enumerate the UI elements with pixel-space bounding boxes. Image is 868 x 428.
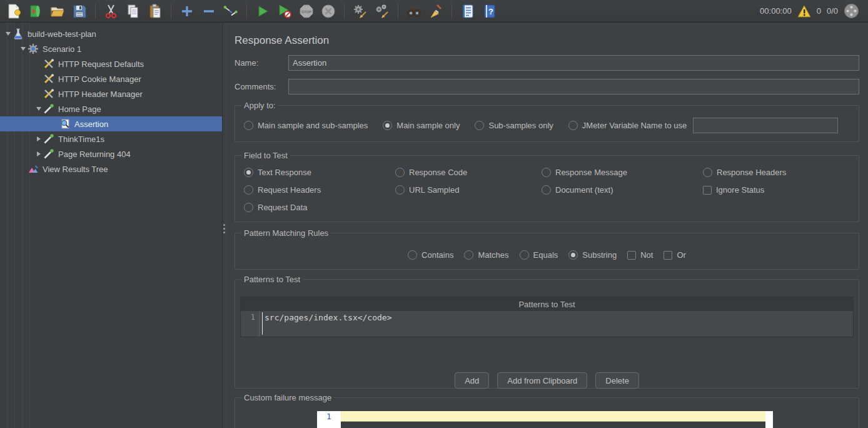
name-input[interactable] bbox=[288, 55, 859, 71]
copy-icon[interactable] bbox=[126, 3, 141, 19]
clear-search-icon[interactable] bbox=[428, 3, 443, 19]
jmeter-variable-input[interactable] bbox=[693, 118, 838, 133]
editor-text-area[interactable] bbox=[341, 411, 765, 428]
page-title: Response Assertion bbox=[235, 23, 859, 47]
text-caret bbox=[262, 312, 263, 335]
comments-input[interactable] bbox=[288, 79, 859, 94]
thread-count: 0/0 bbox=[827, 6, 838, 16]
panel-splitter[interactable] bbox=[222, 23, 226, 428]
radio-response-code[interactable]: Response Code bbox=[395, 168, 542, 177]
radio-matches[interactable]: Matches bbox=[464, 250, 508, 260]
tree-item-label: HTTP Request Defaults bbox=[58, 59, 144, 69]
tree-item-thinktime1s[interactable]: ThinkTime1s bbox=[0, 131, 222, 146]
radio-request-headers[interactable]: Request Headers bbox=[244, 185, 395, 195]
add-icon[interactable] bbox=[179, 3, 194, 19]
radio-sub-samples-only[interactable]: Sub-samples only bbox=[475, 121, 553, 130]
radio-label: Request Headers bbox=[258, 185, 321, 195]
tree-item-test-plan[interactable]: build-web-test-plan bbox=[0, 26, 222, 41]
splitter-handle-icon[interactable] bbox=[223, 224, 225, 233]
radio-main-sample-and-sub-samples[interactable]: Main sample and sub-samples bbox=[244, 121, 368, 130]
tree-item-label: build-web-test-plan bbox=[28, 29, 96, 39]
radio-label: Document (text) bbox=[555, 185, 613, 195]
start-no-pauses-icon[interactable] bbox=[277, 3, 292, 19]
remote-start-icon[interactable] bbox=[844, 3, 859, 19]
radio-text-response[interactable]: Text Response bbox=[244, 168, 395, 177]
expander-icon[interactable] bbox=[34, 107, 43, 111]
radio-label: Response Headers bbox=[717, 168, 786, 177]
tree-item-page-returning-404[interactable]: Page Returning 404 bbox=[0, 146, 222, 161]
clear-icon[interactable] bbox=[353, 3, 368, 19]
new-file-icon[interactable] bbox=[6, 3, 21, 19]
patterns-to-test-legend: Patterns to Test bbox=[241, 275, 303, 284]
radio-response-message[interactable]: Response Message bbox=[542, 168, 703, 177]
cut-icon[interactable] bbox=[104, 3, 119, 19]
checkbox-or[interactable]: Or bbox=[664, 250, 685, 260]
start-icon[interactable] bbox=[255, 3, 270, 19]
config-element-icon bbox=[43, 58, 54, 69]
current-line-highlight bbox=[341, 411, 765, 422]
custom-failure-message-editor[interactable]: 1 bbox=[317, 411, 773, 428]
radio-url-sampled[interactable]: URL Sampled bbox=[395, 185, 542, 195]
tree-item-http-cookie-manager[interactable]: HTTP Cookie Manager bbox=[0, 71, 222, 86]
toolbar-separator bbox=[171, 4, 171, 19]
expander-icon[interactable] bbox=[34, 136, 43, 141]
add-from-clipboard-button[interactable]: Add from Clipboard bbox=[497, 372, 587, 389]
toolbar-separator bbox=[452, 4, 452, 19]
tree-item-scenario-1[interactable]: Scenario 1 bbox=[0, 41, 222, 56]
pattern-cell[interactable]: src/pages/index.tsx</code> bbox=[260, 311, 853, 337]
tree-item-http-header-manager[interactable]: HTTP Header Manager bbox=[0, 86, 222, 101]
tree-item-http-request-defaults[interactable]: HTTP Request Defaults bbox=[0, 56, 222, 71]
radio-request-data[interactable]: Request Data bbox=[244, 203, 395, 212]
radio-contains[interactable]: Contains bbox=[408, 250, 453, 260]
checkbox-not[interactable]: Not bbox=[627, 250, 653, 260]
warning-icon[interactable] bbox=[797, 5, 811, 18]
radio-label: Request Data bbox=[258, 203, 308, 212]
radio-equals[interactable]: Equals bbox=[520, 250, 558, 260]
remove-icon[interactable] bbox=[201, 3, 216, 19]
shutdown-icon[interactable] bbox=[321, 3, 336, 19]
elapsed-time: 00:00:00 bbox=[760, 6, 792, 16]
templates-icon[interactable] bbox=[28, 3, 43, 19]
expander-icon[interactable] bbox=[4, 32, 13, 36]
checkbox-ignore-status[interactable]: Ignore Status bbox=[703, 185, 854, 195]
expander-icon[interactable] bbox=[19, 47, 28, 51]
expander-icon[interactable] bbox=[34, 151, 43, 156]
help-icon[interactable]: ? bbox=[482, 3, 497, 19]
tree-item-label: Home Page bbox=[58, 104, 101, 114]
checkbox-label: Ignore Status bbox=[716, 185, 764, 195]
radio-substring[interactable]: Substring bbox=[568, 250, 617, 260]
apply-to-group: Apply to: Main sample and sub-samples Ma… bbox=[235, 101, 859, 142]
tree-item-assertion[interactable]: Assertion bbox=[0, 116, 222, 131]
tree-item-label: HTTP Header Manager bbox=[58, 89, 143, 99]
toolbar-separator bbox=[398, 4, 398, 19]
add-button[interactable]: Add bbox=[455, 372, 489, 389]
radio-response-headers[interactable]: Response Headers bbox=[703, 168, 854, 177]
clear-all-icon[interactable] bbox=[375, 3, 390, 19]
editor-scrollbar[interactable] bbox=[765, 411, 773, 428]
radio-main-sample-only[interactable]: Main sample only bbox=[383, 121, 460, 130]
tree-item-label: Page Returning 404 bbox=[58, 150, 131, 159]
patterns-table-body[interactable]: 1 src/pages/index.tsx</code> bbox=[241, 311, 853, 337]
warning-count: 0 bbox=[817, 6, 821, 16]
comments-label: Comments: bbox=[235, 82, 288, 91]
save-icon[interactable] bbox=[72, 3, 87, 19]
tree-item-home-page[interactable]: Home Page bbox=[0, 101, 222, 116]
function-helper-icon[interactable] bbox=[460, 3, 475, 19]
edit-icon[interactable] bbox=[223, 3, 238, 19]
pattern-matching-rules-group: Pattern Matching Rules Contains Matches … bbox=[235, 228, 859, 270]
open-file-icon[interactable] bbox=[50, 3, 65, 19]
sampler-icon bbox=[43, 148, 54, 160]
field-to-test-legend: Field to Test bbox=[241, 151, 290, 160]
radio-label: Main sample and sub-samples bbox=[258, 121, 368, 130]
svg-text:STOP: STOP bbox=[301, 9, 311, 13]
delete-button[interactable]: Delete bbox=[595, 372, 639, 389]
search-icon[interactable] bbox=[406, 3, 421, 19]
tree-item-view-results-tree[interactable]: View Results Tree bbox=[0, 161, 222, 176]
pattern-value: src/pages/index.tsx</code> bbox=[265, 313, 392, 322]
paste-icon[interactable] bbox=[148, 3, 163, 19]
radio-document-text[interactable]: Document (text) bbox=[542, 185, 703, 195]
stop-icon[interactable]: STOP bbox=[299, 3, 314, 19]
radio-jmeter-variable-name[interactable]: JMeter Variable Name to use bbox=[568, 121, 687, 130]
tree-item-label: Scenario 1 bbox=[43, 44, 81, 54]
toolbar-separator bbox=[246, 4, 247, 19]
